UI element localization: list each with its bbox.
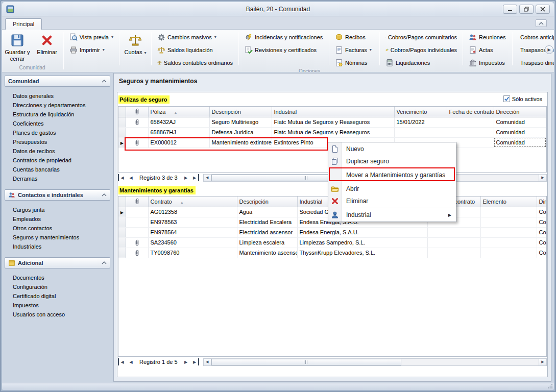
button-label: Actas [479,47,493,53]
sidebar-item-datos-recibos[interactable]: Datos de recibos [5,146,110,156]
last-record-button[interactable]: ▶ [191,358,199,365]
actas-button[interactable]: Actas [466,44,509,55]
sidebar-item-documentos[interactable]: Documentos [5,273,110,282]
sidebar-item-cargos-junta[interactable]: Cargos junta [5,205,110,214]
attachment-column-header[interactable] [126,197,148,207]
sidebar-item-derramas[interactable]: Derramas [5,174,110,183]
saldos-liquidacion-button[interactable]: Saldos liquidación [155,44,235,55]
print-button[interactable]: Imprimir ▾ [67,44,116,55]
attachment-column-header[interactable] [126,107,148,117]
scroll-left-button[interactable]: ◀ [204,359,211,365]
sidebar-item-presupuestos[interactable]: Presupuestos [5,137,110,146]
scrollbar-grip-icon [304,360,308,364]
table-row[interactable]: 658867HJ Defensa Juridica Fiatc Mutua de… [118,127,546,137]
close-button[interactable] [536,5,550,14]
last-record-button[interactable]: ▶ [191,174,199,181]
first-record-button[interactable]: ◀ [118,174,126,181]
menu-item-abrir[interactable]: Abrir [328,183,456,195]
incidencias-button[interactable]: Incidencias y notificaciones [242,32,326,42]
record-count-label: Registro 3 de 3 [136,175,181,181]
column-header-descripcion[interactable]: Descripción [237,197,297,207]
sidebar-item-estructura-liquidacion[interactable]: Estructura de liquidación [5,110,110,119]
sidebar-item-cuentas-bancarias[interactable]: Cuentas bancarias [5,165,110,174]
cell-elemento [480,248,537,258]
save-close-button[interactable]: Guardar y cerrar [3,31,32,63]
sidebar-item-empleados[interactable]: Empleados [5,214,110,224]
table-row[interactable]: 658432AJ Seguro Multiriesgo Fiatc Mutua … [118,117,546,127]
menu-separator [343,208,455,208]
column-header-elemento[interactable]: Elemento [480,197,537,207]
table-row[interactable]: TY0098760 Mantenimiento ascensor ThyssnK… [118,248,546,258]
tab-principal[interactable]: Principal [5,18,42,30]
preview-button[interactable]: Vista previa ▾ [67,32,116,42]
collapse-ribbon-button[interactable] [536,19,547,27]
menu-item-eliminar[interactable]: Eliminar [328,195,456,207]
cuotas-button[interactable]: Cuotas ▾ [121,31,150,66]
next-record-button[interactable]: ▶ [182,358,190,365]
minimize-icon [507,7,513,12]
sidebar-section-adicional[interactable]: Adicional [5,257,110,268]
menu-item-nuevo[interactable]: Nuevo [328,143,456,155]
previous-record-button[interactable]: ◀ [127,358,135,365]
sidebar-item-seguros-mantenimientos[interactable]: Seguros y mantenimientos [5,233,110,242]
revisiones-button[interactable]: Revisiones y certificados [242,44,326,55]
cobros-pagos-comunitarios-button[interactable]: Cobros/Pagos comunitarios [383,32,460,42]
sidebar-item-contratos-propiedad[interactable]: Contratos de propiedad [5,156,110,165]
column-header-poliza[interactable]: Póliza▲ [148,107,209,117]
restore-button[interactable] [519,5,534,14]
sidebar-item-coeficientes[interactable]: Coeficientes [5,119,110,128]
minimize-button[interactable] [503,5,517,14]
scroll-right-button[interactable]: ▶ [539,175,546,181]
facturas-button[interactable]: Facturas ▾ [332,44,376,55]
impuestos-button[interactable]: Impuestos [466,57,509,68]
sidebar-item-planes-gastos[interactable]: Planes de gastos [5,128,110,137]
next-record-button[interactable]: ▶ [182,174,190,181]
column-header-industrial[interactable]: Industrial [272,107,394,117]
column-header-vencimiento[interactable]: Vencimiento [394,107,447,117]
menu-item-industrial[interactable]: Industrial ▶ [328,209,456,221]
ribbon-overflow-button[interactable]: ▶ [545,45,553,54]
table-row[interactable]: EN978564 Electricidad ascensor Endesa En… [118,227,546,237]
recibos-button[interactable]: Recibos [332,32,376,42]
first-record-button[interactable]: ◀ [118,358,126,365]
sidebar-item-industriales[interactable]: Industriales [5,242,110,251]
scroll-left-button[interactable]: ◀ [204,175,211,181]
column-header-direccion[interactable]: Dirección [494,107,546,117]
column-header-direccion[interactable]: Dirección [537,197,546,207]
reuniones-button[interactable]: Reuniones [466,32,509,42]
traspaso-dinero-individual-button[interactable]: Traspaso dinero i [516,57,552,68]
cobros-anticipados-button[interactable]: Cobros anticipad [516,32,552,42]
sidebar-item-impuestos[interactable]: Impuestos [5,301,110,310]
sidebar-section-contactos[interactable]: Contactos e industriales [5,189,110,201]
scales-icon [157,46,165,54]
scrollbar-thumb[interactable] [211,359,401,365]
nominas-button[interactable]: Nóminas [332,57,376,68]
horizontal-scrollbar[interactable]: ◀ ▶ [203,358,547,366]
menu-item-duplicar-seguro[interactable]: Duplicar seguro [328,155,456,167]
sidebar-item-certificado-digital[interactable]: Certificado digital [5,291,110,301]
mantenimientos-record-navigator: ◀ ◀ Registro 1 de 5 ▶ ▶ ◀ ▶ [118,358,547,366]
sidebar-item-datos-generales[interactable]: Datos generales [5,91,110,101]
cobros-pagos-individuales-button[interactable]: Cobros/Pagos individuales [383,44,460,55]
column-header-descripcion[interactable]: Descripción [209,107,272,117]
sidebar-item-direcciones[interactable]: Direcciones y departamentos [5,101,110,110]
scrollbar-track[interactable] [211,359,539,365]
solo-activos-checkbox[interactable]: Sólo activos [503,95,542,102]
column-header-fecha-contrato[interactable]: Fecha de contrato [447,107,494,117]
scroll-right-button[interactable]: ▶ [539,359,546,365]
sidebar-item-configuracion[interactable]: Configuración [5,282,110,291]
liquidaciones-button[interactable]: Liquidaciones [383,57,460,68]
delete-button[interactable]: Eliminar [33,31,61,63]
column-header-contrato[interactable]: Contrato▲ [148,197,237,207]
previous-record-button[interactable]: ◀ [127,174,135,181]
resize-grip-icon[interactable] [547,383,553,389]
cell-contrato: EN978564 [148,227,237,237]
cambios-masivos-button[interactable]: Cambios masivos ▾ [155,32,235,42]
saldos-contables-button[interactable]: Saldos contables ordinarios [155,57,235,68]
sidebar-item-otros-contactos[interactable]: Otros contactos [5,224,110,233]
button-label: Recibos [345,34,366,40]
cell-descripcion: Electricidad ascensor [237,227,297,237]
sidebar-section-comunidad[interactable]: Comunidad [5,76,110,87]
sidebar-item-usuarios-acceso[interactable]: Usuarios con acceso [5,310,110,319]
table-row[interactable]: SA234560 Limpieza escalera Limpiezas Sam… [118,237,546,248]
